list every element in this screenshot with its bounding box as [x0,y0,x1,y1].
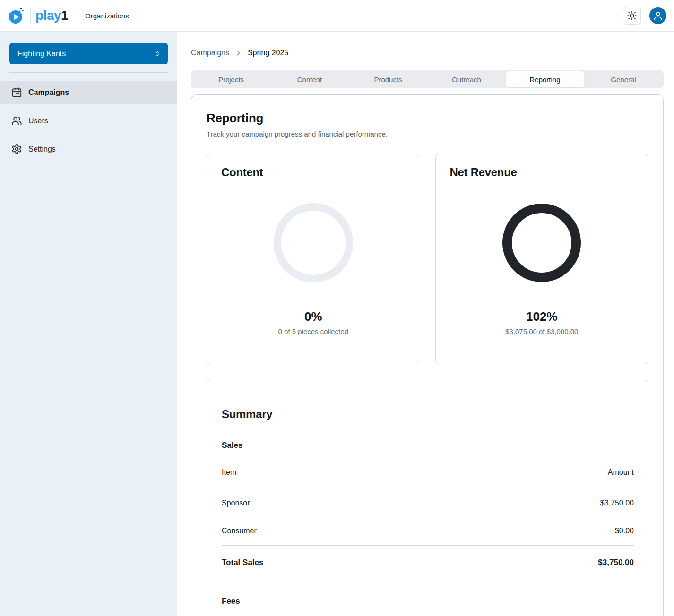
reporting-panel: Reporting Track your campaign progress a… [191,94,664,616]
total-label: Total Sales [222,558,264,567]
user-avatar[interactable] [649,7,666,24]
content-percent: 0% [221,309,406,324]
sales-table-header: Item Amount [222,468,634,489]
net-revenue-progress-ring [501,203,582,283]
column-amount: Amount [608,468,634,477]
breadcrumb: Campaigns Spring 2025 [191,49,664,57]
tab-content[interactable]: Content [270,71,349,87]
row-amount: $0.00 [615,527,634,535]
row-amount: $3,750.00 [600,499,634,507]
table-total-row: Total Sales $3,750.00 [222,546,634,567]
net-revenue-card: Net Revenue 102% $3,075.00 of $3,000.00 [435,154,649,364]
sales-table: Item Amount Sponsor $3,750.00 Consumer $… [222,468,634,567]
chevrons-up-down-icon [154,50,161,58]
play1-logo-icon [8,6,26,26]
person-icon [652,10,664,21]
chevron-right-icon [234,49,242,57]
breadcrumb-current: Spring 2025 [248,49,288,57]
brand-wordmark: play1 [35,8,68,23]
page-subtitle: Track your campaign progress and financi… [207,130,648,138]
sun-icon [627,10,637,21]
net-revenue-card-title: Net Revenue [450,166,634,179]
tab-projects[interactable]: Projects [192,71,270,87]
org-switcher-button[interactable]: Fighting Kants [9,43,168,64]
calendar-check-icon [11,87,22,98]
sidebar-item-campaigns[interactable]: Campaigns [0,81,177,104]
summary-title: Summary [222,408,634,421]
column-item: Item [222,468,236,477]
users-icon [11,115,22,126]
content-card-title: Content [221,166,406,179]
gear-icon [11,144,22,154]
sidebar-item-users[interactable]: Users [0,109,177,132]
theme-toggle-button[interactable] [623,7,641,25]
fees-section-heading: Fees [222,597,634,606]
stats-row: Content 0% 0 of 5 pieces collected Net R… [207,154,648,364]
tab-reporting[interactable]: Reporting [506,71,584,87]
sidebar-item-label: Users [28,117,48,125]
breadcrumb-campaigns[interactable]: Campaigns [191,49,229,57]
sidebar: Fighting Kants Campaigns [0,32,177,616]
summary-card: Summary Sales Item Amount Sponsor $3,750… [207,380,648,616]
tab-products[interactable]: Products [349,71,427,87]
main-content: Campaigns Spring 2025 Projects Content P… [177,32,674,616]
table-row: Sponsor $3,750.00 [222,489,634,517]
net-revenue-caption: $3,075.00 of $3,000.00 [450,327,634,335]
row-item: Consumer [222,527,257,535]
tab-general[interactable]: General [584,71,663,87]
sidebar-item-label: Settings [28,145,56,154]
sidebar-divider [9,72,168,73]
content-progress-card: Content 0% 0 of 5 pieces collected [207,154,420,364]
table-row: Consumer $0.00 [222,517,634,545]
sidebar-nav: Campaigns Users [0,81,177,166]
brand-divider [30,8,31,24]
campaign-tabbar: Projects Content Products Outreach Repor… [191,70,664,88]
net-revenue-percent: 102% [450,309,634,324]
row-item: Sponsor [222,499,250,507]
brand-logo[interactable]: play1 [8,6,68,26]
content-progress-ring [273,203,354,283]
sidebar-item-label: Campaigns [28,88,69,97]
sidebar-item-settings[interactable]: Settings [0,137,177,161]
total-amount: $3,750.00 [598,558,634,567]
organizations-link[interactable]: Organizations [85,12,129,20]
tab-outreach[interactable]: Outreach [427,71,506,87]
page-title: Reporting [207,111,648,126]
org-switcher-label: Fighting Kants [17,50,66,58]
content-caption: 0 of 5 pieces collected [221,327,406,335]
app-header: play1 Organizations [0,0,674,32]
sales-section-heading: Sales [222,441,634,450]
